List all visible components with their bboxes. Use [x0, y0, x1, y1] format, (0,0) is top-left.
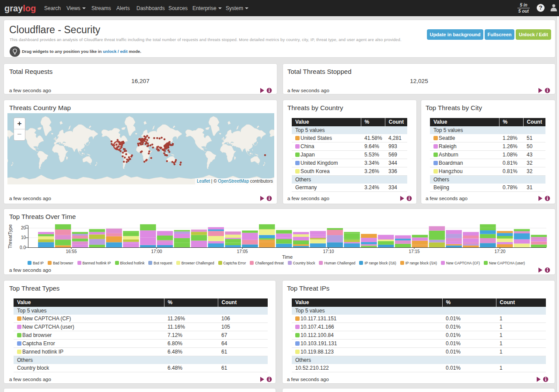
svg-text:ThreatType: ThreatType	[7, 224, 13, 249]
svg-text:20: 20	[21, 225, 26, 230]
svg-text:17:05: 17:05	[237, 249, 248, 254]
svg-text:0.0: 0.0	[20, 245, 26, 250]
svg-text:16:55: 16:55	[66, 249, 77, 254]
svg-text:17:10: 17:10	[323, 249, 334, 254]
svg-text:17:00: 17:00	[151, 249, 162, 254]
svg-text:10: 10	[21, 235, 26, 240]
svg-text:17:20: 17:20	[494, 249, 505, 254]
svg-text:17:15: 17:15	[409, 249, 419, 254]
svg-text:Time: Time	[282, 254, 293, 260]
